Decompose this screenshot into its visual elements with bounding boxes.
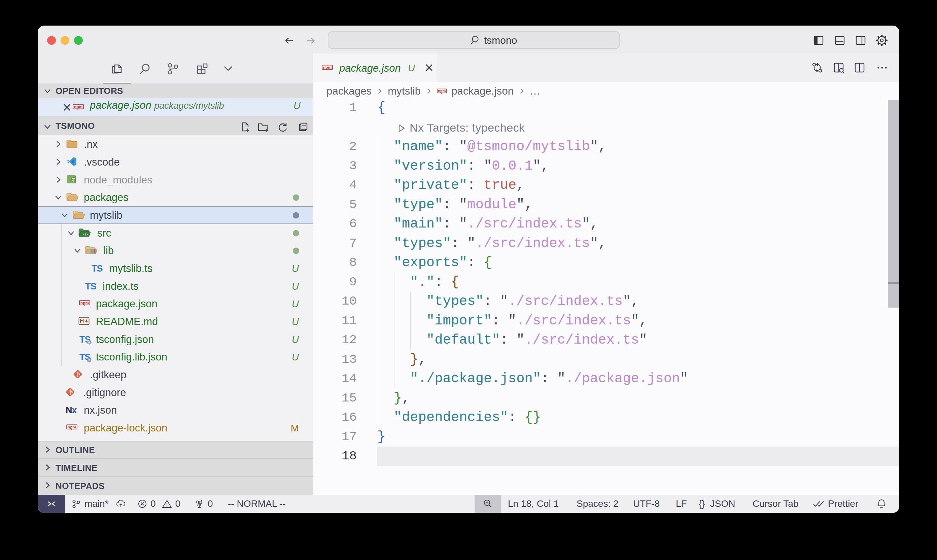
svg-text:npm: npm [68, 425, 76, 429]
svg-text:JS: JS [72, 178, 75, 182]
svg-text:</>: </> [83, 232, 88, 236]
svg-text:npm: npm [438, 89, 446, 92]
svg-text:npm: npm [323, 65, 332, 69]
svg-text:npm: npm [74, 105, 83, 109]
svg-text:npm: npm [80, 300, 89, 305]
